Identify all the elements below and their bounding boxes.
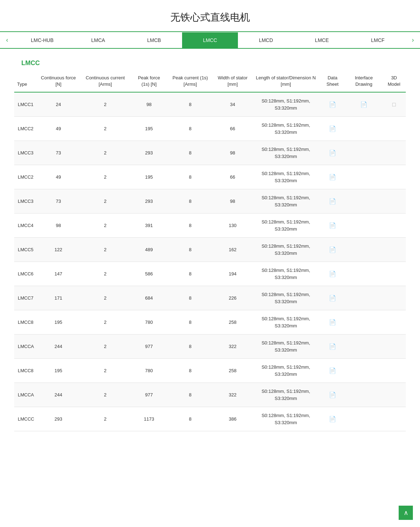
data-sheet-icon[interactable]: 📄 — [329, 126, 336, 132]
cell-width-stator: 98 — [213, 141, 252, 165]
cell-data-sheet[interactable]: 📄 — [320, 262, 345, 286]
cell-data-sheet[interactable]: 📄 — [320, 189, 345, 214]
cell-width-stator: 322 — [213, 334, 252, 359]
cell-interface-drawing — [345, 117, 382, 141]
data-sheet-icon[interactable]: 📄 — [329, 247, 336, 253]
cell-peak-current: 8 — [167, 407, 213, 431]
table-row: LMCC512224898162S0:128mm, S1:192mm, S3:3… — [14, 238, 406, 262]
cell-data-sheet[interactable]: 📄 — [320, 383, 345, 407]
cell-peak-force: 1173 — [131, 407, 168, 431]
data-sheet-icon[interactable]: 📄 — [329, 222, 336, 228]
data-sheet-icon[interactable]: 📄 — [329, 416, 336, 422]
cell-type: LMCC1 — [14, 92, 37, 117]
table-row: LMCC717126848226S0:128mm, S1:192mm, S3:3… — [14, 286, 406, 310]
cell-continuous-force: 73 — [37, 189, 80, 214]
cell-width-stator: 162 — [213, 238, 252, 262]
nav-arrow-right[interactable]: › — [406, 32, 420, 48]
cell-continuous-current: 2 — [80, 286, 131, 310]
table-row: LMCCC293211738386S0:128mm, S1:192mm, S3:… — [14, 407, 406, 431]
cell-continuous-current: 2 — [80, 165, 131, 189]
nav-item-lmc-hub[interactable]: LMC-HUB — [14, 32, 70, 48]
table-row: LMCC124298834S0:128mm, S1:192mm, S3:320m… — [14, 92, 406, 117]
data-sheet-icon[interactable]: 📄 — [329, 101, 336, 107]
table-row: LMCC2492195866S0:128mm, S1:192mm, S3:320… — [14, 117, 406, 141]
cell-interface-drawing — [345, 383, 382, 407]
cell-continuous-current: 2 — [80, 383, 131, 407]
cell-length-stator: S0:128mm, S1:192mm, S3:320mm — [252, 141, 320, 165]
nav-item-lmce[interactable]: LMCE — [294, 32, 350, 48]
cell-length-stator: S0:128mm, S1:192mm, S3:320mm — [252, 165, 320, 189]
cell-data-sheet[interactable]: 📄 — [320, 92, 345, 117]
cell-continuous-force: 195 — [37, 359, 80, 383]
cell-peak-force: 586 — [131, 262, 168, 286]
cell-data-sheet[interactable]: 📄 — [320, 310, 345, 334]
nav-item-lmcf[interactable]: LMCF — [350, 32, 406, 48]
cell-data-sheet[interactable]: 📄 — [320, 334, 345, 359]
cell-data-sheet[interactable]: 📄 — [320, 141, 345, 165]
nav-item-lmcc[interactable]: LMCC — [182, 32, 238, 48]
cell-3d-model — [382, 141, 406, 165]
3d-model-icon[interactable]: □ — [392, 101, 396, 107]
cell-peak-force: 977 — [131, 383, 168, 407]
cell-length-stator: S0:128mm, S1:192mm, S3:320mm — [252, 383, 320, 407]
cell-length-stator: S0:128mm, S1:192mm, S3:320mm — [252, 359, 320, 383]
nav-item-lmca[interactable]: LMCA — [70, 32, 126, 48]
cell-3d-model — [382, 189, 406, 214]
cell-continuous-force: 122 — [37, 238, 80, 262]
cell-data-sheet[interactable]: 📄 — [320, 117, 345, 141]
cell-data-sheet[interactable]: 📄 — [320, 286, 345, 310]
cell-continuous-force: 147 — [37, 262, 80, 286]
cell-type: LMCC8 — [14, 310, 37, 334]
cell-length-stator: S0:128mm, S1:192mm, S3:320mm — [252, 334, 320, 359]
table-row: LMCC819527808258S0:128mm, S1:192mm, S3:3… — [14, 310, 406, 334]
cell-interface-drawing — [345, 407, 382, 431]
cell-interface-drawing — [345, 286, 382, 310]
cell-3d-model — [382, 383, 406, 407]
cell-type: LMCC4 — [14, 214, 37, 238]
cell-width-stator: 258 — [213, 310, 252, 334]
cell-peak-current: 8 — [167, 117, 213, 141]
table-header-cell: Interface Drawing — [345, 70, 382, 92]
cell-interface-drawing[interactable]: 📄 — [345, 92, 382, 117]
data-sheet-icon[interactable]: 📄 — [329, 295, 336, 301]
nav-item-lmcd[interactable]: LMCD — [238, 32, 294, 48]
cell-3d-model — [382, 334, 406, 359]
data-sheet-icon[interactable]: 📄 — [329, 198, 336, 204]
cell-data-sheet[interactable]: 📄 — [320, 214, 345, 238]
table-header-cell: Continuous current [Arms] — [80, 70, 131, 92]
cell-peak-force: 195 — [131, 165, 168, 189]
cell-width-stator: 34 — [213, 92, 252, 117]
interface-drawing-icon[interactable]: 📄 — [360, 101, 367, 107]
cell-data-sheet[interactable]: 📄 — [320, 359, 345, 383]
data-sheet-icon[interactable]: 📄 — [329, 368, 336, 374]
data-sheet-icon[interactable]: 📄 — [329, 319, 336, 325]
cell-continuous-force: 293 — [37, 407, 80, 431]
nav-item-lmcb[interactable]: LMCB — [126, 32, 182, 48]
data-table: TypeContinuous force [N]Continuous curre… — [14, 70, 406, 431]
table-row: LMCC49823918130S0:128mm, S1:192mm, S3:32… — [14, 214, 406, 238]
cell-continuous-force: 49 — [37, 165, 80, 189]
cell-interface-drawing — [345, 214, 382, 238]
table-header-cell: Data Sheet — [320, 70, 345, 92]
data-sheet-icon[interactable]: 📄 — [329, 174, 336, 180]
data-sheet-icon[interactable]: 📄 — [329, 392, 336, 398]
cell-continuous-force: 171 — [37, 286, 80, 310]
cell-length-stator: S0:128mm, S1:192mm, S3:320mm — [252, 262, 320, 286]
cell-3d-model[interactable]: □ — [382, 92, 406, 117]
cell-peak-force: 780 — [131, 359, 168, 383]
cell-peak-current: 8 — [167, 262, 213, 286]
cell-3d-model — [382, 310, 406, 334]
cell-interface-drawing — [345, 189, 382, 214]
data-sheet-icon[interactable]: 📄 — [329, 343, 336, 349]
cell-continuous-current: 2 — [80, 238, 131, 262]
cell-interface-drawing — [345, 262, 382, 286]
cell-width-stator: 130 — [213, 214, 252, 238]
cell-3d-model — [382, 117, 406, 141]
data-sheet-icon[interactable]: 📄 — [329, 271, 336, 277]
nav-arrow-left[interactable]: ‹ — [0, 32, 14, 48]
cell-data-sheet[interactable]: 📄 — [320, 238, 345, 262]
cell-width-stator: 66 — [213, 117, 252, 141]
data-sheet-icon[interactable]: 📄 — [329, 150, 336, 156]
cell-data-sheet[interactable]: 📄 — [320, 165, 345, 189]
cell-data-sheet[interactable]: 📄 — [320, 407, 345, 431]
